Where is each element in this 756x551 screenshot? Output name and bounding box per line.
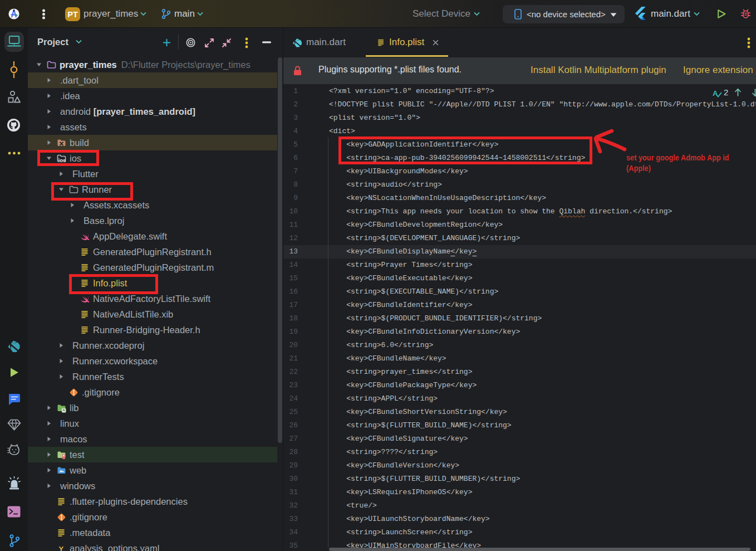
svg-text:Y: Y xyxy=(59,544,64,551)
